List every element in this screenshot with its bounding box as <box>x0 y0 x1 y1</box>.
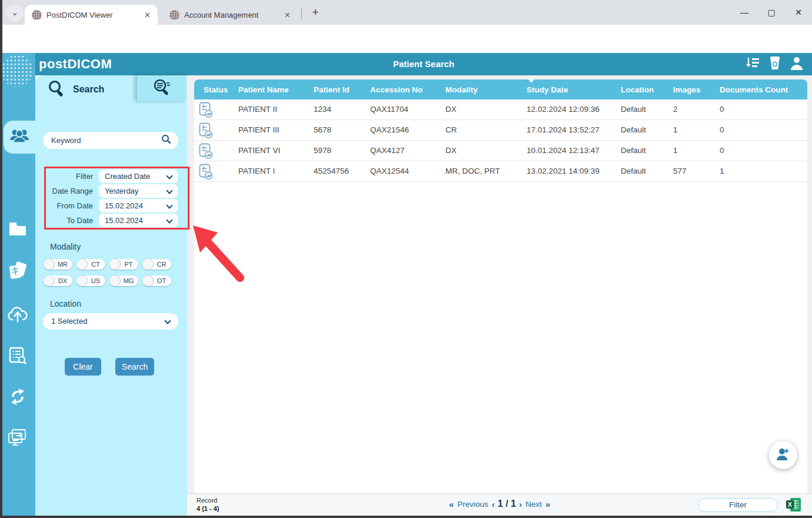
cell-study-date: 13.02.2021 14:09:39 <box>527 161 600 181</box>
cell-documents-count: 0 <box>720 99 724 119</box>
toggle-knob <box>76 259 87 270</box>
previous-page-button[interactable]: Previous <box>457 500 488 509</box>
add-patient-button[interactable] <box>769 441 797 469</box>
window-frame-edge <box>0 516 812 518</box>
sidebar-item-folders[interactable] <box>0 214 35 247</box>
toggle-knob <box>76 275 87 286</box>
postdicom-favicon <box>169 10 179 20</box>
table-row[interactable]: PATIENT I 45254756 QAX12544 MR, DOC, PRT… <box>194 161 807 182</box>
browser-toolbar: ← → ⟳ unitedstateswest.postdicom.com/Vie… <box>0 25 812 53</box>
modality-option-label: US <box>88 275 103 286</box>
location-dropdown[interactable]: 1 Selected <box>43 313 178 330</box>
cell-location: Default <box>621 120 646 140</box>
keyword-magnifier-icon[interactable] <box>161 134 171 147</box>
sidebar-item-sync[interactable] <box>0 381 35 414</box>
tab-title: PostDICOM Viewer <box>46 11 141 19</box>
tab-advanced-search[interactable] <box>137 75 186 101</box>
table-row[interactable]: PATIENT II 1234 QAX11704 DX 12.02.2024 1… <box>194 99 807 120</box>
keyword-input[interactable] <box>43 136 161 145</box>
study-status-icon[interactable] <box>199 164 214 182</box>
modality-toggle-mg[interactable]: MG <box>109 275 138 286</box>
next-page-button[interactable]: Next <box>525 500 542 509</box>
excel-export-icon[interactable]: X <box>786 497 801 514</box>
folder-icon <box>8 221 27 239</box>
minimize-button[interactable]: — <box>731 8 758 17</box>
study-status-icon[interactable] <box>199 102 214 121</box>
tab-close-icon[interactable]: ✕ <box>141 11 158 19</box>
location-value: 1 Selected <box>51 317 87 326</box>
modality-option-label: MR <box>55 259 70 270</box>
trash-icon[interactable] <box>768 55 781 73</box>
column-header-location[interactable]: Location <box>621 79 654 99</box>
keyword-search-box <box>43 132 178 149</box>
cell-patient-name: PATIENT VI <box>238 141 280 161</box>
modality-toggle-dx[interactable]: DX <box>44 275 72 286</box>
close-button[interactable]: ✕ <box>785 8 812 17</box>
page-title: Patient Search <box>35 59 812 69</box>
column-header-patient-id[interactable]: Patient Id <box>314 79 350 99</box>
column-header-documents-count[interactable]: Documents Count <box>720 79 788 99</box>
sidebar-item-patients[interactable] <box>4 121 35 154</box>
column-header-accession-no[interactable]: Accession No <box>370 79 422 99</box>
patients-group-icon <box>9 127 30 147</box>
modality-toggle-ot[interactable]: OT <box>142 275 171 286</box>
results-area: Status Patient Name Patient Id Accession… <box>187 75 812 493</box>
new-tab-button[interactable]: + <box>308 6 322 19</box>
table-footer: Record 4 (1 - 4) «Previous‹1 / 1›Next» F… <box>187 493 812 516</box>
column-header-modality[interactable]: Modality <box>445 79 478 99</box>
study-status-icon[interactable] <box>199 143 214 162</box>
sync-arrows-icon <box>8 387 27 409</box>
clear-button[interactable]: Clear <box>65 358 101 376</box>
search-magnifier-icon <box>47 79 66 100</box>
modality-toggle-pt[interactable]: PT <box>109 259 138 270</box>
toggle-knob <box>109 259 120 270</box>
cell-accession-no: QAX12544 <box>370 161 409 181</box>
tab-postdicom-viewer[interactable]: PostDICOM Viewer ✕ <box>25 5 158 25</box>
modality-toggle-ct[interactable]: CT <box>76 259 105 270</box>
cell-images: 1 <box>673 141 678 161</box>
tab-search-button[interactable]: ⌄ <box>6 4 24 22</box>
filter-button[interactable]: Filter <box>698 498 778 512</box>
sidebar-item-upload[interactable] <box>0 299 35 332</box>
modality-option-label: MG <box>121 275 136 286</box>
modality-toggle-mr[interactable]: MR <box>44 259 72 270</box>
cell-images: 1 <box>673 120 678 140</box>
cell-accession-no: QAX11704 <box>370 99 408 119</box>
cell-location: Default <box>621 141 646 161</box>
user-icon[interactable] <box>790 55 804 73</box>
study-status-icon[interactable] <box>199 122 214 141</box>
table-row[interactable]: PATIENT VI 5978 QAX4127 DX 10.01.2024 12… <box>194 141 807 161</box>
sidebar-item-worklist[interactable] <box>0 340 35 373</box>
modality-label: Modality <box>50 242 81 251</box>
column-header-study-date[interactable]: Study Date <box>527 79 568 99</box>
modality-option-label: CT <box>88 259 103 270</box>
cell-documents-count: 0 <box>720 120 724 140</box>
sort-icon[interactable] <box>745 56 760 72</box>
previous-arrow-icon[interactable]: ‹ <box>492 499 495 509</box>
tab-strip: ⌄ PostDICOM Viewer ✕ Account Management … <box>0 0 812 25</box>
last-page-icon[interactable]: » <box>545 499 550 509</box>
column-header-status[interactable]: Status <box>204 79 228 99</box>
tab-basic-search[interactable]: Search <box>47 79 104 100</box>
column-header-images[interactable]: Images <box>673 79 701 99</box>
cell-modality: MR, DOC, PRT <box>445 161 500 181</box>
modality-toggle-us[interactable]: US <box>76 275 105 286</box>
tab-close-icon[interactable]: ✕ <box>281 11 298 19</box>
toggle-knob <box>44 275 54 286</box>
column-header-patient-name[interactable]: Patient Name <box>238 79 289 99</box>
sort-descending-icon <box>528 79 535 83</box>
toggle-knob <box>109 275 120 286</box>
cell-patient-id: 5978 <box>314 141 331 161</box>
first-page-icon[interactable]: « <box>449 499 454 509</box>
cell-patient-id: 5678 <box>314 120 331 140</box>
next-arrow-icon[interactable]: › <box>519 499 522 509</box>
maximize-button[interactable]: ▢ <box>758 8 785 17</box>
cell-patient-name: PATIENT II <box>238 99 277 119</box>
cell-accession-no: QAX21546 <box>370 120 409 140</box>
sidebar-item-documents[interactable] <box>0 255 35 288</box>
tab-account-management[interactable]: Account Management ✕ <box>162 5 298 25</box>
table-row[interactable]: PATIENT III 5678 QAX21546 CR 17.01.2024 … <box>194 120 807 141</box>
modality-toggle-cr[interactable]: CR <box>142 259 171 270</box>
search-button[interactable]: Search <box>115 358 154 376</box>
sidebar-item-share[interactable] <box>0 423 35 456</box>
